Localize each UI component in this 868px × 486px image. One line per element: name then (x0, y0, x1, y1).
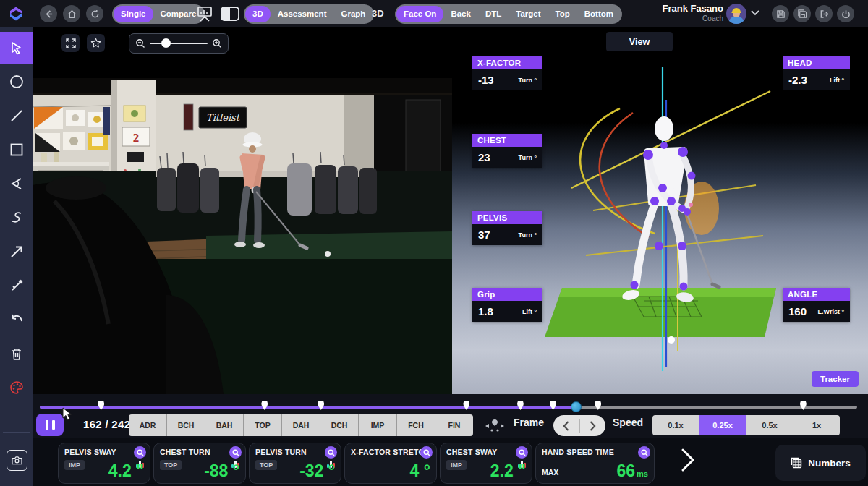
camera-back-button[interactable]: Back (443, 6, 478, 22)
metric-value: 4 (410, 461, 420, 480)
event-top-button[interactable]: TOP (244, 414, 282, 436)
3d-viewer-panel[interactable]: View X-FACTOR -13Turn ° CHEST 23Turn ° P… (452, 27, 868, 394)
pause-icon (52, 420, 55, 430)
metric-unit: ° (233, 461, 239, 480)
event-fch-button[interactable]: FCH (397, 414, 435, 436)
lower-plane-line (586, 236, 763, 255)
curve-tool[interactable] (0, 202, 33, 234)
arrow-left-icon (44, 9, 54, 19)
frame-next-button[interactable] (580, 415, 606, 436)
speed-0.5x-button[interactable]: 0.5x (746, 415, 793, 435)
zoom-slider[interactable] (150, 43, 208, 45)
inspect-metric-button[interactable] (134, 446, 146, 459)
event-imp-button[interactable]: IMP (359, 414, 397, 436)
timeline-event-marker[interactable] (595, 401, 601, 410)
pause-button[interactable] (36, 414, 64, 436)
inspect-metric-button[interactable] (325, 446, 337, 459)
viz-graph-button[interactable]: Graph (333, 6, 373, 22)
zoom-out-icon[interactable] (135, 38, 145, 48)
viz-3d-button[interactable]: 3D (245, 6, 271, 22)
event-dah-button[interactable]: DAH (282, 414, 320, 436)
measure-unit: L.Wrist ° (818, 308, 844, 315)
chevron-left-icon (563, 421, 569, 431)
metric-card-pelvis-turn[interactable]: PELVIS TURN TOP -32 ° (249, 443, 341, 484)
timeline-event-marker[interactable] (517, 401, 524, 410)
refresh-button[interactable] (86, 5, 103, 22)
inspect-metric-button[interactable] (516, 446, 528, 459)
save-button[interactable] (772, 5, 789, 22)
zoom-in-icon[interactable] (212, 38, 222, 48)
timeline-track[interactable] (40, 402, 857, 412)
event-bah-button[interactable]: BAH (205, 414, 244, 436)
split-view-icon[interactable] (221, 7, 239, 21)
undo-tool[interactable] (0, 304, 33, 336)
avatar-image (726, 4, 746, 24)
select-tool[interactable] (0, 32, 33, 64)
next-metrics-button[interactable] (680, 448, 696, 472)
swing-video-frame[interactable]: 2 Titleist (33, 78, 452, 394)
timeline-event-marker[interactable] (800, 401, 807, 410)
power-button[interactable] (837, 5, 854, 22)
sign-out-button[interactable] (815, 5, 833, 22)
tracker-button[interactable]: Tracker (812, 371, 859, 387)
chevron-down-icon[interactable] (751, 10, 760, 16)
camera-bottom-button[interactable]: Bottom (577, 6, 621, 22)
fullscreen-button[interactable] (61, 34, 80, 52)
timeline-event-marker[interactable] (261, 401, 268, 410)
frame-prev-button[interactable] (553, 415, 579, 436)
measure-unit: Lift ° (830, 77, 844, 84)
zoom-slider-handle[interactable] (161, 38, 171, 48)
view-button[interactable]: View (606, 32, 673, 51)
measure-value: 1.8 (478, 305, 493, 317)
speed-0.25x-button[interactable]: 0.25x (699, 415, 746, 435)
app-logo-icon[interactable] (7, 5, 25, 22)
timeline-event-marker[interactable] (318, 401, 324, 410)
metric-card-chest-turn[interactable]: CHEST TURN TOP -88 ° (153, 443, 246, 484)
arrow-tool[interactable] (0, 236, 33, 268)
color-palette-tool[interactable] (0, 372, 33, 404)
save-all-button[interactable] (793, 5, 811, 22)
mode-single-button[interactable]: Single (114, 6, 153, 22)
avatar[interactable] (726, 4, 746, 24)
speed-1x-button[interactable]: 1x (793, 415, 840, 435)
metric-title: PELVIS TURN (255, 448, 307, 456)
event-marker-mode-icon[interactable] (485, 418, 505, 434)
golf-ball (325, 251, 331, 257)
metric-card-pelvis-sway[interactable]: PELVIS SWAY IMP 4.2 " (58, 443, 150, 484)
camera-capture-button[interactable] (7, 450, 27, 471)
event-fin-button[interactable]: FIN (435, 414, 473, 436)
timeline-event-marker[interactable] (463, 401, 469, 410)
metric-card-chest-sway[interactable]: CHEST SWAY IMP 2.2 " (440, 443, 532, 484)
event-bch-button[interactable]: BCH (167, 414, 205, 436)
circle-tool[interactable] (0, 66, 33, 98)
inspect-metric-button[interactable] (229, 446, 242, 459)
timeline-event-marker[interactable] (550, 401, 556, 410)
back-button[interactable] (40, 5, 57, 22)
home-button[interactable] (63, 5, 80, 22)
palette-icon (9, 380, 24, 395)
speed-0.1x-button[interactable]: 0.1x (652, 415, 699, 435)
inspect-metric-button[interactable] (420, 446, 433, 459)
event-dch-button[interactable]: DCH (320, 414, 359, 436)
camera-dtl-button[interactable]: DTL (478, 6, 509, 22)
line-tool[interactable] (0, 100, 33, 132)
mat-highlight (559, 288, 776, 297)
current-frame: 162 (83, 418, 102, 430)
metric-card-x-factor-stretch[interactable]: X-FACTOR STRETCH 4 ° (344, 443, 437, 484)
timeline-event-marker[interactable] (98, 401, 104, 410)
inspect-metric-button[interactable] (638, 446, 650, 459)
presentation-icon[interactable] (196, 6, 213, 22)
rectangle-tool[interactable] (0, 134, 33, 166)
viz-assessment-button[interactable]: Assessment (271, 6, 334, 22)
angle-tool[interactable] (0, 168, 33, 200)
camera-target-button[interactable]: Target (509, 6, 548, 22)
metric-card-hand-speed-time[interactable]: HAND SPEED TIME MAX 66ms (535, 443, 655, 484)
delete-tool[interactable] (0, 338, 33, 370)
numbers-button[interactable]: Numbers (775, 445, 866, 481)
favorite-button[interactable] (87, 34, 105, 52)
camera-face-on-button[interactable]: Face On (396, 6, 443, 22)
event-adr-button[interactable]: ADR (129, 414, 167, 436)
pen-tool[interactable] (0, 270, 33, 302)
timeline-playhead[interactable] (571, 401, 582, 412)
camera-top-button[interactable]: Top (548, 6, 577, 22)
